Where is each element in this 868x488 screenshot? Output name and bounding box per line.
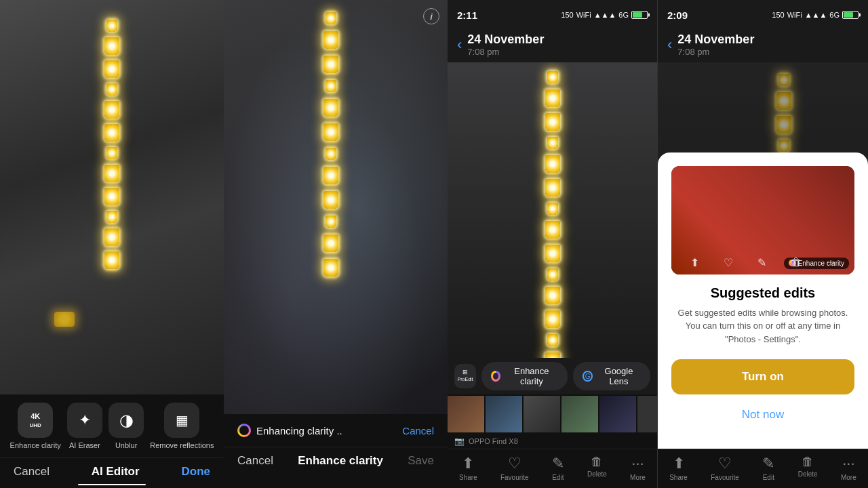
delete-icon-modal[interactable]: 🗑 (791, 256, 802, 269)
light-bulb (545, 352, 560, 358)
enhance-clarity-label: Enhance clarity (505, 366, 558, 386)
panel-enhancing-clarity: i Enhancing clarity .. Cancel (224, 0, 448, 488)
nav-more-button-p4[interactable]: ··· More (841, 455, 856, 481)
tool-unblur[interactable]: ◑ Unblur (108, 403, 144, 449)
thumbnail[interactable] (561, 396, 598, 432)
edit-icon-modal[interactable]: ✎ (757, 256, 766, 269)
thumbnail[interactable] (448, 396, 484, 432)
light-bulb (104, 251, 119, 269)
tool-enhance-clarity[interactable]: 4KUHD Enhance clarity (10, 403, 61, 449)
turn-on-button[interactable]: Turn on (671, 359, 854, 394)
nav-share-button-p4[interactable]: ⬆ Share (669, 455, 688, 481)
status-time-p4: 2:09 (667, 9, 688, 21)
done-button[interactable]: Done (181, 465, 210, 479)
proedit-icon: ⊞ProEdit (458, 369, 473, 383)
cancel-button[interactable]: Cancel (14, 465, 50, 479)
more-icon-p4: ··· (842, 455, 854, 472)
proedit-button[interactable]: ⊞ProEdit (454, 364, 476, 388)
photo-display-area (0, 0, 224, 394)
remove-reflections-icon: ▦ (164, 403, 199, 438)
photo-processing-area: i (224, 0, 448, 414)
light-string (104, 20, 119, 269)
enhance-clarity-button[interactable]: Enhance clarity (481, 362, 568, 390)
thumbnail[interactable] (524, 396, 560, 432)
thumbnail[interactable] (486, 396, 522, 432)
info-icon[interactable]: i (423, 8, 439, 24)
status-icons-p4: 150 WiFi ▲▲▲ 6G (772, 11, 859, 19)
wifi-icon: WiFi (576, 11, 591, 19)
google-lens-icon: G (583, 371, 593, 382)
heart-icon-modal[interactable]: ♡ (724, 256, 733, 269)
light-bulb (545, 221, 560, 239)
tool-remove-reflections[interactable]: ▦ Remove reflections (150, 403, 214, 449)
network-icon-p4: ▲▲▲ (805, 11, 827, 19)
light-bulb (104, 124, 119, 142)
ai-features-bar: ⊞ProEdit Enhance clarity G Google Lens (448, 358, 657, 394)
cancel-processing-button[interactable]: Cancel (402, 425, 434, 436)
progress-text: Enhancing clarity .. (256, 425, 342, 436)
light-bulb (323, 235, 338, 252)
google-lens-label: Google Lens (597, 366, 641, 386)
ai-editor-button[interactable]: AI Editor (92, 465, 140, 479)
favourite-label-p4: Favourite (711, 474, 739, 481)
suggested-edits-modal: Enhance clarity ⬆ ♡ ✎ 🗑 ··· Suggested ed… (658, 152, 868, 449)
nav-delete-button-p4[interactable]: 🗑 Delete (798, 455, 818, 481)
photo-background (0, 0, 224, 394)
nav-subtitle: 7:08 pm (467, 47, 648, 57)
nav-edit-button[interactable]: ✎ Edit (552, 455, 564, 481)
more-icon-modal[interactable]: ··· (827, 256, 835, 269)
main-photo-area[interactable] (448, 62, 657, 358)
action-title: Enhance clarity (298, 454, 383, 468)
back-button-p4[interactable]: ‹ (667, 36, 672, 54)
light-bulb (545, 310, 560, 328)
light-bulb (326, 216, 336, 228)
panel-photos-app: 2:11 150 WiFi ▲▲▲ 6G ‹ 24 November 7:08 … (448, 0, 658, 488)
light-bulb (104, 228, 119, 246)
nav-edit-button-p4[interactable]: ✎ Edit (762, 455, 774, 481)
light-bulb (326, 12, 336, 24)
not-now-button[interactable]: Not now (671, 401, 854, 428)
nav-delete-button[interactable]: 🗑 Delete (587, 455, 607, 481)
nav-share-button[interactable]: ⬆ Share (459, 455, 477, 481)
enhance-clarity-label: Enhance clarity (10, 441, 61, 449)
nav-title-area-p4: 24 November 7:08 pm (677, 33, 859, 57)
more-label-p4: More (841, 474, 856, 481)
nav-favourite-button[interactable]: ♡ Favourite (500, 455, 529, 481)
nav-more-button[interactable]: ··· More (630, 455, 646, 481)
home-indicator (78, 484, 146, 485)
delete-icon-p4: 🗑 (802, 455, 814, 469)
thumbnail[interactable] (637, 396, 657, 432)
device-name-bar: 📷 OPPO Find X8 (448, 434, 657, 449)
back-button[interactable]: ‹ (457, 36, 462, 54)
light-bulb (545, 155, 560, 173)
modal-preview-image: Enhance clarity ⬆ ♡ ✎ 🗑 ··· (671, 166, 854, 274)
signal-icon-p4: 150 (772, 11, 784, 19)
light-bulb (106, 211, 117, 223)
tool-ai-eraser[interactable]: ✦ AI Eraser (67, 403, 102, 449)
delete-icon: 🗑 (591, 455, 603, 469)
action-cancel-button[interactable]: Cancel (237, 454, 273, 468)
thumbnail[interactable] (599, 396, 636, 432)
share-icon-modal[interactable]: ⬆ (690, 256, 699, 269)
nav-favourite-button-p4[interactable]: ♡ Favourite (711, 455, 739, 481)
unblur-icon: ◑ (108, 403, 144, 438)
nav-title-p4: 24 November (677, 33, 859, 47)
nav-title: 24 November (467, 33, 648, 47)
google-lens-button[interactable]: G Google Lens (573, 362, 650, 390)
photo-processing-bg: i (224, 0, 448, 414)
modal-action-bar: ⬆ ♡ ✎ 🗑 ··· (671, 256, 854, 269)
nav-title-area: 24 November 7:08 pm (467, 33, 648, 57)
light-bulb (547, 203, 558, 215)
light-bulb (323, 167, 338, 184)
delete-label-p4: Delete (798, 470, 818, 478)
edit-label: Edit (552, 474, 564, 481)
modal-title: Suggested edits (671, 285, 854, 301)
panel3-light-string (545, 71, 560, 358)
status-bar-p4: 2:09 150 WiFi ▲▲▲ 6G (658, 0, 868, 30)
light-bulb (323, 99, 338, 117)
share-label: Share (459, 474, 477, 481)
status-bar: 2:11 150 WiFi ▲▲▲ 6G (448, 0, 657, 30)
delete-label: Delete (587, 470, 607, 478)
nav-header-p4: ‹ 24 November 7:08 pm (658, 30, 868, 62)
light-bulb (545, 287, 560, 304)
